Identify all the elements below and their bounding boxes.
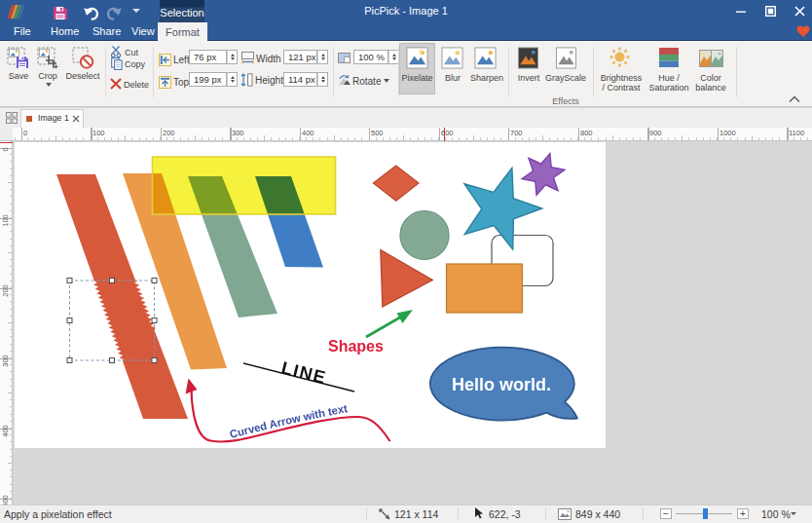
svg-text:Hello world.: Hello world. bbox=[452, 375, 551, 394]
svg-text:Curved Arrow with text: Curved Arrow with text bbox=[228, 402, 349, 440]
svg-text:LINE: LINE bbox=[279, 357, 328, 388]
svg-text:Shapes: Shapes bbox=[328, 338, 384, 355]
